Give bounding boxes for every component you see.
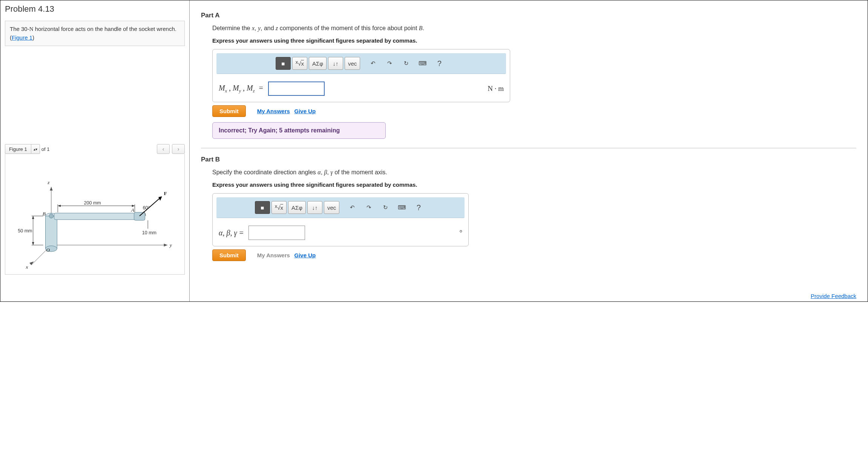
keyboard-button[interactable]: ⌨ (415, 57, 430, 70)
svg-rect-11 (134, 212, 145, 220)
part-b-give-up-link[interactable]: Give Up (294, 252, 316, 258)
part-a-my-answers-link[interactable]: My Answers (257, 108, 290, 114)
problem-text-2: horizontal force acts on the handle of t… (10, 26, 176, 41)
part-b-answer-label: α, β, γ = (219, 229, 244, 237)
vec-button-b[interactable]: vec (324, 201, 339, 214)
problem-statement: The 30-N horizontal force acts on the ha… (5, 21, 185, 46)
scripts-button[interactable]: ↓↑ (328, 57, 343, 70)
templates-icon-b: ■ (261, 204, 264, 211)
part-a-label: Part A (201, 12, 856, 19)
part-a-instructions: Express your answers using three signifi… (212, 37, 856, 44)
redo-button[interactable]: ↷ (382, 57, 397, 70)
undo-button[interactable]: ↶ (365, 57, 380, 70)
undo-button-b[interactable]: ↶ (345, 201, 360, 214)
part-a-answer-input[interactable] (268, 81, 325, 96)
problem-title: Problem 4.13 (5, 4, 185, 14)
part-a-prompt: Determine the x, y, and z components of … (212, 24, 856, 33)
svg-marker-22 (32, 216, 34, 219)
templates-button-b[interactable]: ■ (255, 201, 270, 214)
templates-icon: ■ (281, 60, 285, 67)
stepper-icon: ▴▾ (31, 147, 40, 151)
part-b-answer-box: ■ x√x ΑΣφ ↓↑ vec ↶ ↷ ↻ ⌨ ? α, β, γ = ° (212, 193, 469, 246)
sqrt-icon-b: √ (277, 204, 280, 211)
figure-select[interactable]: Figure 1 ▴▾ (5, 144, 40, 154)
part-a-submit-button[interactable]: Submit (212, 105, 246, 117)
pa-t1: Determine the (212, 25, 252, 31)
sqrt-button-b[interactable]: x√x (271, 201, 287, 214)
dim-thickness: 10 mm (142, 230, 156, 235)
part-a-answer-row: Mx , My , Mz = N · m (213, 78, 510, 102)
sqrt-button[interactable]: x√x (292, 57, 307, 70)
part-a-give-up-link[interactable]: Give Up (294, 108, 316, 114)
point-o-label: O (46, 247, 50, 253)
force-label: F (164, 191, 167, 196)
problem-text-1: The 30- (10, 26, 29, 32)
pb-t2: of the moment axis. (333, 169, 387, 175)
keyboard-button-b[interactable]: ⌨ (394, 201, 409, 214)
axis-y-label: y (169, 242, 172, 248)
svg-rect-10 (54, 213, 138, 220)
part-a-body: Determine the x, y, and z components of … (201, 24, 856, 139)
svg-marker-17 (58, 205, 61, 207)
part-a-unit: N · m (488, 85, 504, 93)
part-b-prompt: Specify the coordinate direction angles … (212, 168, 856, 177)
dim-height: 50 mm (18, 228, 32, 234)
help-button[interactable]: ? (432, 57, 447, 70)
section-divider (201, 148, 856, 148)
redo-button-b[interactable]: ↷ (361, 201, 376, 214)
part-a-answer-box: ■ x√x ΑΣφ ↓↑ vec ↶ ↷ ↻ ⌨ ? Mx , My , Mz … (212, 49, 510, 102)
part-a-toolbar: ■ x√x ΑΣφ ↓↑ vec ↶ ↷ ↻ ⌨ ? (216, 53, 506, 74)
svg-point-9 (49, 214, 54, 218)
point-b-label: B (43, 211, 46, 217)
axis-z-label: z (47, 180, 50, 185)
scripts-button-b[interactable]: ↓↑ (307, 201, 322, 214)
left-panel: Problem 4.13 The 30-N horizontal force a… (0, 0, 190, 301)
templates-button[interactable]: ■ (276, 57, 291, 70)
part-b-toolbar: ■ x√x ΑΣφ ↓↑ vec ↶ ↷ ↻ ⌨ ? (216, 197, 465, 218)
point-a-label: A (131, 207, 135, 213)
part-b-body: Specify the coordinate direction angles … (201, 168, 856, 261)
part-b-answer-row: α, β, γ = ° (213, 222, 468, 246)
pa-x: x (252, 25, 255, 31)
part-b-actions: Submit My Answers Give Up (212, 249, 856, 261)
reset-button-b[interactable]: ↻ (378, 201, 393, 214)
svg-marker-18 (132, 205, 135, 207)
part-b-submit-button[interactable]: Submit (212, 249, 246, 261)
part-b-my-answers-link: My Answers (257, 252, 290, 258)
axis-x-label: x (25, 264, 28, 270)
pa-s1: , (255, 25, 258, 31)
figure-link[interactable]: Figure 1 (12, 34, 32, 41)
greek-button[interactable]: ΑΣφ (309, 57, 327, 70)
pa-t3: . (423, 25, 424, 31)
reset-button[interactable]: ↻ (399, 57, 414, 70)
figure-next-button[interactable]: › (172, 144, 185, 154)
vec-button[interactable]: vec (345, 57, 360, 70)
pa-B: B (419, 25, 423, 31)
dim-length: 200 mm (84, 200, 101, 206)
svg-marker-5 (50, 187, 53, 191)
part-b-answer-input[interactable] (248, 226, 305, 240)
svg-marker-3 (164, 244, 168, 247)
part-a-feedback: Incorrect; Try Again; 5 attempts remaini… (212, 122, 386, 139)
figure-bar: Figure 1 ▴▾ of 1 ‹ › (5, 144, 185, 154)
svg-rect-7 (45, 216, 57, 249)
figure-of-text: of 1 (41, 146, 50, 152)
part-a-actions: Submit My Answers Give Up (212, 105, 856, 117)
sqrt-icon: √ (298, 60, 301, 67)
part-b-label: Part B (201, 156, 856, 163)
part-b-unit: ° (459, 229, 462, 237)
figure-image: x y z F 60° (5, 154, 185, 275)
problem-text-3: ) (32, 34, 34, 41)
help-button-b[interactable]: ? (411, 201, 426, 214)
figure-prev-button[interactable]: ‹ (157, 144, 170, 154)
pa-t2: components of the moment of this force a… (278, 25, 419, 31)
pa-y: y (258, 25, 261, 31)
pb-b: β (324, 169, 327, 175)
svg-marker-23 (32, 242, 34, 245)
part-b-instructions: Express your answers using three signifi… (212, 181, 856, 188)
figure-select-label: Figure 1 (5, 144, 31, 154)
greek-button-b[interactable]: ΑΣφ (288, 201, 306, 214)
provide-feedback-link[interactable]: Provide Feedback (811, 293, 856, 299)
force-unit: N (29, 26, 34, 32)
angle-label: 60° (143, 205, 150, 211)
